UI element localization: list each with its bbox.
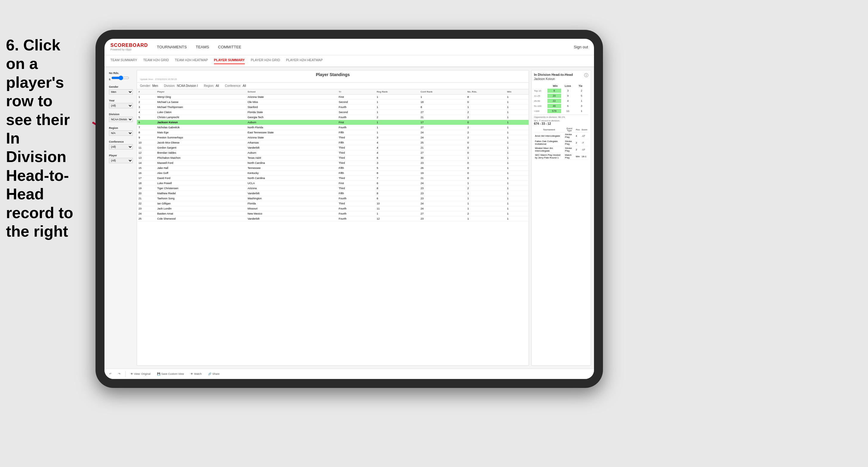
cell-rds: 0 xyxy=(466,120,506,125)
gender-select[interactable]: Men xyxy=(109,89,133,95)
table-row[interactable]: 19 Tiger Christensen Arizona Third 8 23 … xyxy=(137,186,529,191)
cell-school: Florida State xyxy=(246,110,337,115)
tab-player-h2h-heatmap[interactable]: PLAYER H2H HEATMAP xyxy=(286,58,323,64)
table-row[interactable]: 13 Phichaksn Maichon Texas A&M Third 6 3… xyxy=(137,155,529,160)
cell-yr: Fourth xyxy=(337,115,375,120)
cell-num: 6 xyxy=(137,120,156,125)
h2h-win: 578 xyxy=(548,109,561,113)
table-row[interactable]: 1 Wenyi Ding Arizona State First 1 1 8 1 xyxy=(137,95,529,100)
cell-school: Arizona State xyxy=(246,95,337,100)
table-row[interactable]: 20 Matthew Riedel Vanderbilt Fifth 8 23 … xyxy=(137,191,529,196)
table-row[interactable]: 4 Luke Claton Florida State Second 1 27 … xyxy=(137,110,529,115)
table-header: # Player School Yr Reg Rank Conf Rank No… xyxy=(137,89,529,95)
close-h2h-button[interactable]: ⓘ xyxy=(584,73,588,78)
table-row[interactable]: 23 Jack Lundin Missouri Fourth 11 24 1 1 xyxy=(137,206,529,211)
filter-year: Year (All) xyxy=(109,99,133,108)
save-icon: 💾 xyxy=(157,372,160,375)
table-row[interactable]: 8 Mats Ege East Tennessee State Fifth 1 … xyxy=(137,130,529,135)
table-row[interactable]: 18 Luke Powell UCLA First 6 24 1 1 xyxy=(137,181,529,186)
table-row[interactable]: 16 Alex Goff Kentucky Fifth 8 19 0 1 xyxy=(137,171,529,176)
cell-reg: 3 xyxy=(375,160,419,166)
cell-win: 1 xyxy=(506,216,529,221)
nav-committee[interactable]: COMMITTEE xyxy=(218,43,242,51)
table-row[interactable]: 5 Christo Lamprecht Georgia Tech Fourth … xyxy=(137,115,529,120)
table-row[interactable]: 24 Bastien Amat New Mexico Fourth 1 27 2… xyxy=(137,211,529,216)
division-select[interactable]: NCAA Division I xyxy=(109,117,133,122)
table-row[interactable]: 11 Gordon Sargent Vanderbilt Third 4 21 … xyxy=(137,145,529,150)
col-yr: Yr xyxy=(337,89,375,95)
year-select[interactable]: (All) xyxy=(109,103,133,108)
col-tournament: Tournament xyxy=(534,127,564,132)
cell-player: Wenyi Ding xyxy=(156,95,246,100)
cell-conf: 8 xyxy=(419,105,466,110)
table-row[interactable]: 3 Michael Thorbjornsen Stanford Fourth 1… xyxy=(137,105,529,110)
cell-win: 1 xyxy=(506,130,529,135)
view-original-button[interactable]: 👁 View: Original xyxy=(129,372,152,376)
table-row[interactable]: 9 Preston Summerhays Arizona State Third… xyxy=(137,135,529,140)
wlt-label: W-L-T record in-division: xyxy=(534,119,560,122)
region-select[interactable]: N/A xyxy=(109,130,133,136)
cell-player: Phichaksn Maichon xyxy=(156,155,246,160)
top-nav: SCOREBOARD Powered by clippi TOURNAMENTS… xyxy=(104,39,594,55)
save-custom-button[interactable]: 💾 Save Custom View xyxy=(155,372,186,376)
cell-event-type: Stroke Play xyxy=(564,139,575,146)
table-row[interactable]: 25 Cole Sherwood Vanderbilt Fourth 12 23… xyxy=(137,216,529,221)
view-icon: 👁 xyxy=(130,372,133,375)
cell-conf: 19 xyxy=(419,171,466,176)
cell-num: 9 xyxy=(137,135,156,140)
conference-select[interactable]: (All) xyxy=(109,144,133,150)
instruction-text: 6. Click on a player's row to see their … xyxy=(0,30,87,247)
cell-rds: 1 xyxy=(466,105,506,110)
cell-yr: Fourth xyxy=(337,206,375,211)
cell-reg: 12 xyxy=(375,216,419,221)
table-row[interactable]: 2 Michael La Sasse Ole Miss Second 1 18 … xyxy=(137,100,529,105)
redo-button[interactable]: ↷ xyxy=(116,372,122,376)
h2h-loss-header: Loss xyxy=(561,85,574,87)
no-rds-slider[interactable] xyxy=(111,75,129,80)
cell-conf: 21 xyxy=(419,176,466,181)
cell-event-type: Match Play xyxy=(564,153,575,160)
region-chip-label: Region: xyxy=(204,84,214,87)
nav-teams[interactable]: TEAMS xyxy=(196,43,209,51)
h2h-rank: Top 10 xyxy=(534,90,548,92)
cell-player: Michael La Sasse xyxy=(156,100,246,105)
table-row[interactable]: 12 Brendan Valdes Auburn Third 4 27 0 1 xyxy=(137,150,529,155)
cell-conf: 23 xyxy=(419,216,466,221)
gender-label: Gender xyxy=(109,85,133,88)
filter-region: Region N/A xyxy=(109,127,133,136)
cell-yr: Fourth xyxy=(337,216,375,221)
cell-player: Jacob Mox-Dleese xyxy=(156,140,246,145)
cell-rds: 0 xyxy=(466,160,506,166)
table-row[interactable]: 10 Jacob Mox-Dleese Arkansas Fifth 4 25 … xyxy=(137,140,529,145)
cell-win: 1 xyxy=(506,120,529,125)
cell-rds: 1 xyxy=(466,201,506,206)
tab-team-h2h-grid[interactable]: TEAM H2H GRID xyxy=(143,58,169,64)
cell-player: Luke Claton xyxy=(156,110,246,115)
table-row[interactable]: 15 Jake Hall Tennessee Fifth 5 26 0 1 xyxy=(137,166,529,171)
cell-school: Missouri xyxy=(246,206,337,211)
tab-team-h2h-heatmap[interactable]: TEAM H2H HEATMAP xyxy=(175,58,208,64)
sign-out-button[interactable]: Sign out xyxy=(574,45,588,49)
cell-pos: 4 xyxy=(575,132,581,139)
table-row[interactable]: 7 Nicholas Gabrelcik North Florida Fourt… xyxy=(137,125,529,130)
col-school: School xyxy=(246,89,337,95)
h2h-tie: 1 xyxy=(575,109,588,113)
col-conf-rank: Conf Rank xyxy=(419,89,466,95)
share-button[interactable]: 🔗 Share xyxy=(206,372,221,376)
watch-button[interactable]: 👁 Watch xyxy=(189,372,203,376)
division-label: Division xyxy=(109,113,133,116)
player-select[interactable]: (All) xyxy=(109,158,133,163)
table-row[interactable]: 22 Ian Gilligan Florida Third 10 24 1 1 xyxy=(137,201,529,206)
nav-tournaments[interactable]: TOURNAMENTS xyxy=(157,43,187,51)
cell-tournament-name: Amer Airl Intercollegiate xyxy=(534,132,564,139)
table-row[interactable]: 14 Maxwell Ford North Carolina Third 3 2… xyxy=(137,160,529,166)
table-row[interactable]: 17 David Ford North Carolina Third 7 21 … xyxy=(137,176,529,181)
table-row[interactable]: 6 Jackson Koivun Auburn First 1 17 0 1 xyxy=(137,120,529,125)
tournament-table: Tournament Event Type Pos Score Amer Air… xyxy=(534,127,588,160)
cell-conf: 24 xyxy=(419,206,466,211)
table-row[interactable]: 21 Taehoon Song Washington Fourth 6 23 1… xyxy=(137,196,529,201)
undo-button[interactable]: ↶ xyxy=(107,372,114,376)
tab-team-summary[interactable]: TEAM SUMMARY xyxy=(111,58,137,64)
tab-player-h2h-grid[interactable]: PLAYER H2H GRID xyxy=(251,58,280,64)
tab-player-summary[interactable]: PLAYER SUMMARY xyxy=(214,58,245,64)
